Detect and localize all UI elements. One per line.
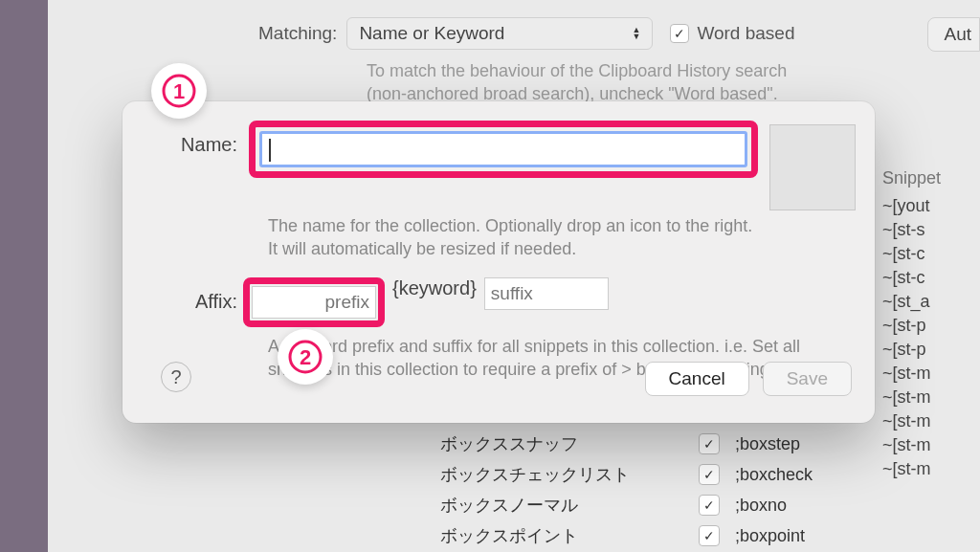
- svg-text:2: 2: [300, 345, 311, 369]
- name-label: Name:: [142, 121, 249, 156]
- snippet-name: ボックスポイント: [440, 524, 699, 547]
- auto-button[interactable]: Aut: [927, 17, 980, 52]
- affix-label: Affix:: [142, 277, 249, 313]
- right-snippet-panel: Snippet ~[yout~[st-s~[st-c~[st-c~[st_a~[…: [875, 163, 980, 481]
- annotation-badge-2: 2: [278, 329, 333, 385]
- save-button[interactable]: Save: [763, 362, 852, 396]
- table-row[interactable]: ボックスポイント✓;boxpoint: [440, 520, 813, 551]
- list-item[interactable]: ~[yout: [875, 194, 980, 218]
- keyword-token: {keyword}: [392, 277, 477, 299]
- list-item[interactable]: ~[st-p: [875, 338, 980, 362]
- snippet-checkbox[interactable]: ✓: [699, 433, 720, 454]
- table-row[interactable]: ボックスノーマル✓;boxno: [440, 490, 813, 520]
- snippet-keyword: ;boxno: [735, 496, 787, 516]
- suffix-input[interactable]: [484, 277, 609, 310]
- list-item[interactable]: ~[st-m: [875, 433, 980, 457]
- sidebar: [0, 0, 48, 552]
- collection-dialog: Name: The name for the collection. Optio…: [122, 101, 875, 423]
- snippet-name: ボックススナッフ: [440, 432, 699, 455]
- matching-hint: To match the behaviour of the Clipboard …: [367, 59, 787, 105]
- right-list-header: Snippet: [875, 163, 980, 194]
- matching-select[interactable]: Name or Keyword ▲▼: [346, 17, 653, 50]
- chevron-up-down-icon: ▲▼: [632, 27, 640, 40]
- table-row[interactable]: ボックスチェックリスト✓;boxcheck: [440, 459, 813, 490]
- list-item[interactable]: ~[st-m: [875, 457, 980, 481]
- annotation-badge-1: 1: [151, 63, 207, 119]
- svg-text:1: 1: [173, 79, 185, 103]
- snippet-checkbox[interactable]: ✓: [699, 495, 720, 516]
- help-button[interactable]: ?: [161, 362, 191, 392]
- matching-label: Matching:: [258, 23, 337, 44]
- prefix-input[interactable]: [252, 286, 376, 319]
- list-item[interactable]: ~[st-c: [875, 242, 980, 266]
- list-item[interactable]: ~[st-m: [875, 386, 980, 409]
- snippet-name: ボックスチェックリスト: [440, 463, 699, 486]
- prefix-input-highlight: [243, 277, 385, 327]
- bg-snippet-rows: ボックススナッフ✓;boxstepボックスチェックリスト✓;boxcheckボッ…: [440, 429, 813, 552]
- matching-value: Name or Keyword: [359, 23, 504, 44]
- snippet-checkbox[interactable]: ✓: [699, 525, 720, 546]
- name-description: The name for the collection. Optionally …: [268, 214, 766, 260]
- list-item[interactable]: ~[st-c: [875, 266, 980, 290]
- word-based-checkbox[interactable]: ✓: [670, 24, 689, 43]
- snippet-keyword: ;boxstep: [735, 434, 800, 454]
- list-item[interactable]: ~[st_a: [875, 290, 980, 314]
- name-input-highlight: [249, 121, 758, 178]
- list-item[interactable]: ~[st-s: [875, 218, 980, 242]
- snippet-checkbox[interactable]: ✓: [699, 464, 720, 485]
- list-item[interactable]: ~[st-m: [875, 362, 980, 386]
- snippet-keyword: ;boxcheck: [735, 465, 813, 485]
- snippet-name: ボックスノーマル: [440, 494, 699, 517]
- word-based-label: Word based: [697, 23, 794, 44]
- cancel-button[interactable]: Cancel: [645, 362, 749, 396]
- name-input[interactable]: [259, 131, 747, 167]
- list-item[interactable]: ~[st-p: [875, 314, 980, 338]
- list-item[interactable]: ~[st-m: [875, 409, 980, 433]
- snippet-keyword: ;boxpoint: [735, 526, 805, 546]
- icon-dropzone[interactable]: [769, 124, 856, 210]
- table-row[interactable]: ボックススナッフ✓;boxstep: [440, 429, 813, 459]
- text-cursor: [269, 139, 271, 162]
